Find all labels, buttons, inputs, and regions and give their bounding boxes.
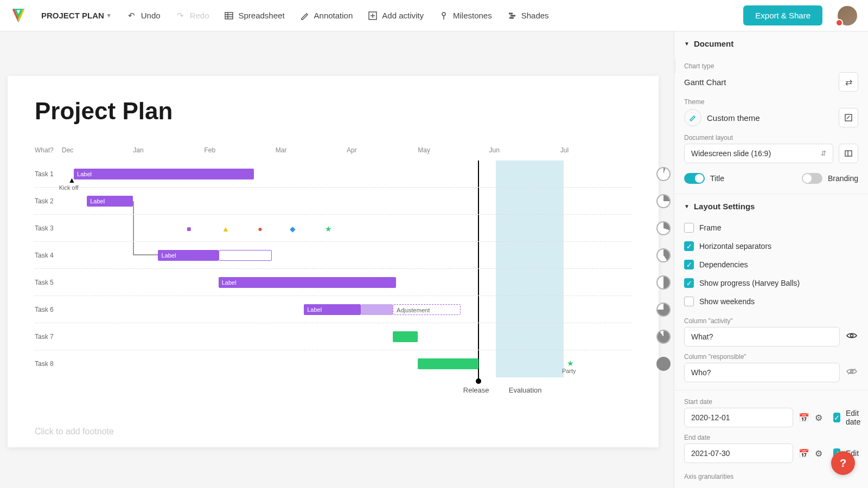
milestones-icon bbox=[439, 11, 449, 21]
task-label: Task 7 bbox=[35, 333, 62, 341]
gantt-bar[interactable]: Adjustement bbox=[393, 304, 461, 315]
end-date-input[interactable] bbox=[684, 444, 793, 463]
annotation-button[interactable]: Annotation bbox=[300, 11, 353, 21]
project-dropdown[interactable]: PROJECT PLAN ▼ bbox=[41, 11, 112, 20]
gantt-bar[interactable]: Label bbox=[304, 304, 361, 315]
hsep-checkbox[interactable] bbox=[684, 241, 694, 251]
add-activity-label: Add activity bbox=[382, 11, 424, 20]
gear-icon[interactable]: ⚙ bbox=[815, 448, 822, 459]
deps-label: Dependencies bbox=[699, 260, 748, 269]
document-section-title: Document bbox=[694, 39, 733, 48]
frame-label: Frame bbox=[699, 223, 721, 232]
gantt-bar[interactable]: Label bbox=[219, 277, 397, 288]
select-arrows-icon: ⇵ bbox=[821, 150, 826, 157]
doc-layout-value: Widescreen slide (16:9) bbox=[691, 149, 771, 158]
export-share-button[interactable]: Export & Share bbox=[743, 5, 822, 25]
side-panel: › ▼ Document Chart type Gantt Chart ⇄ Th… bbox=[674, 31, 868, 488]
shades-button[interactable]: Shades bbox=[507, 11, 549, 21]
frame-checkbox[interactable] bbox=[684, 223, 694, 233]
col-activity-label: Column "activity" bbox=[684, 317, 858, 325]
table-row: Task 1 Label ▲ Kick off bbox=[35, 160, 631, 188]
start-date-input[interactable] bbox=[684, 408, 793, 427]
redo-button[interactable]: ↷ Redo bbox=[176, 11, 209, 21]
activity-column-header: What? bbox=[35, 146, 62, 154]
party-label: Party bbox=[562, 368, 576, 374]
gantt-bar[interactable]: Label bbox=[87, 196, 133, 207]
footnote-placeholder[interactable]: Click to add footnote bbox=[35, 427, 114, 436]
col-resp-input[interactable] bbox=[684, 363, 840, 382]
add-activity-button[interactable]: Add activity bbox=[368, 11, 424, 21]
diamond-milestone-icon[interactable]: ◆ bbox=[290, 224, 296, 233]
collapse-panel-button[interactable]: › bbox=[674, 60, 675, 73]
edit-start-date-checkbox[interactable] bbox=[833, 413, 840, 422]
table-row: Task 3 ■ ▲ ● ◆ ★ bbox=[35, 215, 631, 242]
gear-icon[interactable]: ⚙ bbox=[815, 413, 822, 423]
triangle-milestone-icon[interactable]: ▲ bbox=[222, 224, 229, 233]
milestones-label: Milestones bbox=[453, 11, 492, 20]
gantt-bar[interactable]: Label bbox=[74, 169, 254, 179]
col-activity-input[interactable] bbox=[684, 327, 840, 346]
spreadsheet-button[interactable]: Spreadsheet bbox=[224, 11, 284, 21]
gantt-bar[interactable]: Label bbox=[158, 250, 218, 261]
branding-toggle[interactable] bbox=[802, 173, 822, 184]
party-star-icon[interactable]: ★ bbox=[567, 359, 574, 368]
theme-label: Theme bbox=[684, 98, 858, 106]
plus-icon bbox=[368, 11, 378, 21]
title-toggle[interactable] bbox=[684, 173, 705, 184]
help-button[interactable]: ? bbox=[831, 451, 855, 475]
title-toggle-label: Title bbox=[710, 174, 724, 183]
task-label: Task 6 bbox=[35, 306, 62, 313]
table-row: Task 7 bbox=[35, 323, 631, 350]
layout-settings-header[interactable]: ▼ Layout Settings bbox=[674, 194, 868, 219]
gantt-chart: What? Dec Jan Feb Mar Apr May Jun Jul bbox=[35, 146, 631, 377]
svg-point-15 bbox=[851, 335, 853, 337]
star-milestone-icon[interactable]: ★ bbox=[325, 224, 332, 233]
spreadsheet-label: Spreadsheet bbox=[238, 11, 284, 20]
theme-swatch-icon bbox=[684, 109, 701, 126]
milestones-button[interactable]: Milestones bbox=[439, 11, 492, 21]
circle-milestone-icon[interactable]: ● bbox=[258, 224, 262, 233]
doc-layout-label: Document layout bbox=[684, 134, 858, 142]
page-title[interactable]: Project Plan bbox=[35, 98, 631, 125]
doc-layout-select[interactable]: Widescreen slide (16:9) ⇵ bbox=[684, 144, 833, 163]
app-logo bbox=[11, 8, 26, 23]
harvey-ball bbox=[656, 248, 671, 262]
weekends-checkbox[interactable] bbox=[684, 297, 694, 306]
gantt-bar[interactable] bbox=[418, 358, 478, 369]
deps-checkbox[interactable] bbox=[684, 260, 694, 269]
month-label: Mar bbox=[276, 146, 347, 154]
document-section-header[interactable]: ▼ Document bbox=[674, 31, 868, 56]
task-label: Task 4 bbox=[35, 252, 62, 259]
layout-settings-title: Layout Settings bbox=[694, 202, 755, 211]
annotation-label: Annotation bbox=[314, 11, 353, 20]
calendar-icon[interactable]: 📅 bbox=[799, 413, 809, 423]
undo-button[interactable]: ↶ Undo bbox=[127, 11, 161, 21]
swap-chart-type-button[interactable]: ⇄ bbox=[839, 72, 858, 92]
table-row: Task 5 Label bbox=[35, 269, 631, 296]
chart-type-label: Chart type bbox=[684, 62, 858, 70]
square-milestone-icon[interactable]: ■ bbox=[187, 224, 191, 233]
table-row: Task 6 Label Adjustement bbox=[35, 296, 631, 323]
release-dot-icon bbox=[476, 378, 481, 384]
user-avatar[interactable] bbox=[838, 6, 857, 25]
harvey-ball bbox=[656, 357, 671, 371]
table-row: Task 8 ★ Party bbox=[35, 350, 631, 377]
edit-theme-button[interactable] bbox=[839, 108, 858, 127]
col-activity-visibility-button[interactable] bbox=[845, 332, 858, 342]
col-resp-visibility-button[interactable] bbox=[845, 368, 858, 377]
calendar-icon[interactable]: 📅 bbox=[799, 448, 809, 459]
month-axis: Dec Jan Feb Mar Apr May Jun Jul bbox=[62, 146, 631, 154]
harvey-ball bbox=[656, 194, 671, 208]
harvey-checkbox[interactable] bbox=[684, 278, 694, 288]
kickoff-milestone[interactable]: ▲ bbox=[68, 176, 76, 184]
gantt-bar[interactable] bbox=[393, 331, 418, 342]
start-date-label: Start date bbox=[684, 398, 858, 406]
gantt-bar[interactable] bbox=[219, 250, 272, 261]
harvey-label: Show progress (Harvey Balls) bbox=[699, 279, 800, 287]
gantt-bar[interactable] bbox=[361, 304, 393, 315]
shades-icon bbox=[507, 11, 517, 21]
harvey-ball bbox=[656, 303, 671, 317]
end-date-label: End date bbox=[684, 434, 858, 441]
layout-presets-button[interactable] bbox=[839, 144, 858, 163]
canvas[interactable]: Project Plan What? Dec Jan Feb Mar Apr M… bbox=[0, 31, 674, 488]
